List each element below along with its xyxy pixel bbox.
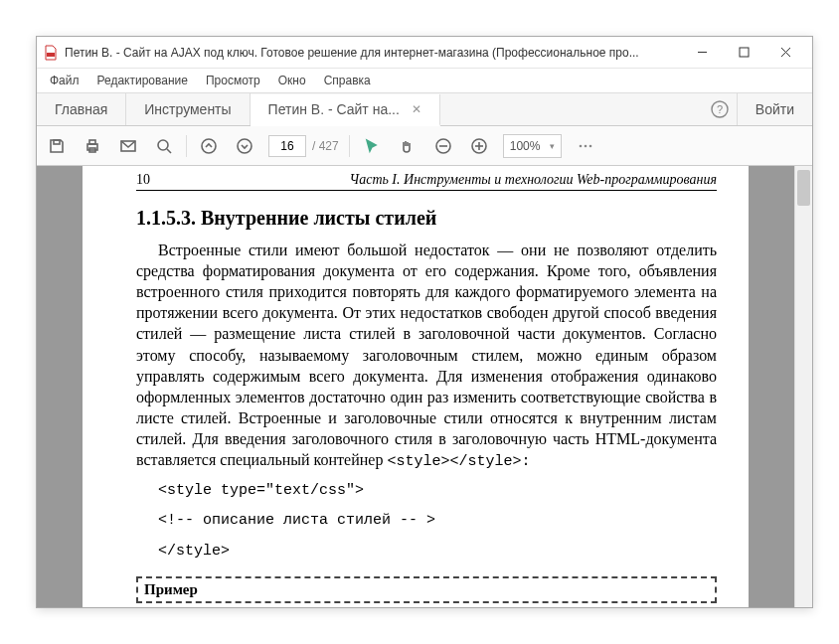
svg-point-22 [585, 144, 587, 147]
toolbar: / 427 100% ▾ [37, 126, 812, 166]
svg-point-21 [580, 144, 583, 147]
tab-document[interactable]: Петин В. - Сайт на... ✕ [251, 94, 440, 126]
search-button[interactable] [146, 128, 182, 164]
save-button[interactable] [39, 128, 75, 164]
document-viewport[interactable]: 10 Часть I. Инструменты и технологии Web… [37, 166, 794, 607]
menu-file[interactable]: Файл [41, 71, 88, 90]
document-page: 10 Часть I. Инструменты и технологии Web… [83, 166, 749, 607]
print-button[interactable] [75, 128, 110, 164]
tab-close-icon[interactable]: ✕ [412, 102, 421, 116]
svg-point-14 [202, 139, 216, 153]
svg-rect-0 [47, 53, 55, 57]
part-title: Часть I. Инструменты и технологии Web-пр… [176, 172, 717, 188]
code-line: </style> [158, 541, 717, 564]
maximize-button[interactable] [723, 38, 764, 68]
page-up-button[interactable] [191, 128, 227, 164]
scrollbar-thumb[interactable] [797, 170, 810, 206]
hand-tool[interactable] [390, 128, 425, 164]
zoom-in-button[interactable] [461, 128, 497, 164]
page-down-button[interactable] [227, 128, 262, 164]
login-button[interactable]: Войти [737, 93, 812, 125]
scrollbar[interactable] [794, 166, 812, 607]
zoom-select[interactable]: 100% ▾ [503, 134, 563, 158]
page-input[interactable] [268, 135, 306, 157]
tab-tools-label: Инструменты [144, 101, 231, 117]
code-line: <!-- описание листа стилей -- > [158, 510, 717, 533]
menu-view[interactable]: Просмотр [197, 71, 269, 90]
help-button[interactable]: ? [703, 93, 737, 125]
svg-point-12 [158, 140, 168, 150]
tab-document-label: Петин В. - Сайт на... [268, 101, 400, 117]
section-heading: 1.1.5.3. Внутренние листы стилей [136, 207, 717, 230]
svg-text:?: ? [717, 103, 723, 115]
svg-point-15 [238, 139, 252, 153]
zoom-out-button[interactable] [425, 128, 461, 164]
example-box: Пример [136, 576, 717, 603]
svg-rect-2 [740, 48, 749, 57]
tab-home[interactable]: Главная [37, 93, 126, 125]
tab-tools[interactable]: Инструменты [126, 93, 250, 125]
more-button[interactable] [568, 128, 603, 164]
menu-edit[interactable]: Редактирование [88, 71, 197, 90]
svg-rect-7 [54, 140, 60, 144]
tabs-row: Главная Инструменты Петин В. - Сайт на..… [37, 92, 812, 126]
chevron-down-icon: ▾ [550, 141, 555, 151]
window-title: Петин В. - Сайт на AJAX под ключ. Готово… [65, 46, 681, 60]
pointer-tool[interactable] [354, 128, 390, 164]
body-paragraph: Встроенные стили имеют большой недостато… [136, 240, 717, 472]
titlebar: Петин В. - Сайт на AJAX под ключ. Готово… [37, 37, 812, 69]
code-line: <style type="text/css"> [158, 480, 717, 503]
menubar: Файл Редактирование Просмотр Окно Справк… [37, 69, 812, 92]
content-area: 10 Часть I. Инструменты и технологии Web… [37, 166, 812, 607]
tab-home-label: Главная [55, 101, 107, 117]
svg-line-13 [167, 149, 171, 153]
svg-rect-9 [89, 140, 95, 144]
menu-help[interactable]: Справка [315, 71, 380, 90]
mail-button[interactable] [110, 128, 146, 164]
close-button[interactable] [764, 38, 806, 68]
page-total: / 427 [312, 139, 339, 153]
menu-window[interactable]: Окно [269, 71, 315, 90]
minimize-button[interactable] [681, 38, 723, 68]
login-label: Войти [755, 101, 794, 117]
pdf-icon [43, 45, 59, 61]
page-number: 10 [136, 172, 176, 188]
zoom-value: 100% [510, 139, 541, 153]
svg-point-23 [589, 144, 592, 147]
app-window: Петин В. - Сайт на AJAX под ключ. Готово… [36, 36, 813, 608]
